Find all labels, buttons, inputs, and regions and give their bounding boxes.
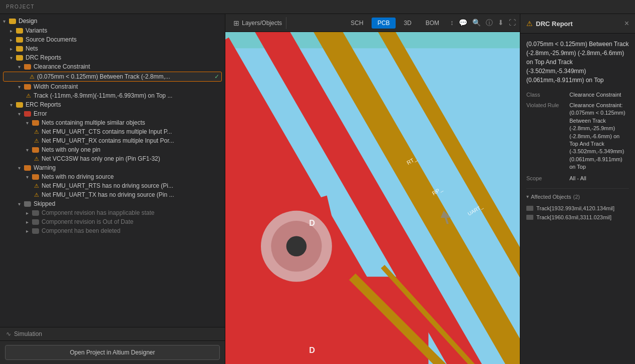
tree-item-comp-del[interactable]: ▸ Component has been deleted <box>0 226 225 235</box>
project-label: PROJECT <box>6 4 35 10</box>
tree-item-comp-rev2[interactable]: ▸ Component revision is Out of Date <box>0 217 225 226</box>
folder-nets-one-pin <box>32 147 39 153</box>
tree-item-nets-no-drive[interactable]: ▾ Nets with no driving source <box>0 172 225 181</box>
vcc3sw-label: Net VCC3SW has only one pin (Pin GF1-32) <box>42 155 160 162</box>
chevron-comp-rev2: ▸ <box>26 219 32 225</box>
tree-item-comp-rev1[interactable]: ▸ Component revision has inapplicable st… <box>0 208 225 217</box>
clearance-item-label: (0.075mm < 0.125mm) Between Track (-2.8m… <box>37 73 212 80</box>
tab-sch[interactable]: SCH <box>345 18 369 29</box>
erc-label: ERC Reports <box>26 101 61 108</box>
open-altium-button[interactable]: Open Project in Altium Designer <box>5 345 220 360</box>
track-item-1[interactable]: Track[1932.993mil,4120.134mil] <box>526 204 629 213</box>
tree-item-clearance-item[interactable]: ⚠ (0.075mm < 0.125mm) Between Track (-2.… <box>3 72 222 82</box>
folder-nets-no-drive <box>32 174 39 180</box>
skipped-label: Skipped <box>34 200 55 207</box>
info-icon[interactable]: ⓘ <box>486 19 493 28</box>
tree-item-vcc3sw[interactable]: ⚠ Net VCC3SW has only one pin (Pin GF1-3… <box>0 154 225 163</box>
pcb-view: RT_ RP_ UART_ D D <box>225 32 520 364</box>
warn-icon-vcc3sw: ⚠ <box>34 156 39 162</box>
drc-header: ⚠ DRC Report × <box>520 14 635 34</box>
tab-pcb[interactable]: PCB <box>372 18 396 29</box>
fullscreen-icon[interactable]: ⛶ <box>509 19 516 28</box>
tree-item-width-item[interactable]: ⚠ Track (-11mm,-8.9mm)(-11mm,-6.993mm) o… <box>0 91 225 100</box>
folder-variants <box>16 28 23 34</box>
chevron-design: ▾ <box>3 19 9 24</box>
drc-warn-icon: ⚠ <box>526 20 533 28</box>
center-panel: ⊞ Layers/Objects SCH PCB 3D BOM ↕ 💬 🔍 ⓘ … <box>225 14 520 364</box>
track-item-2[interactable]: Track[1960.63mil,3311.023mil] <box>526 213 629 222</box>
nets-label: Nets <box>26 45 38 52</box>
tree-item-clearance[interactable]: ▾ Clearance Constraint <box>0 62 225 71</box>
svg-text:D: D <box>309 218 315 227</box>
layers-objects-button[interactable]: ⊞ Layers/Objects <box>229 17 286 29</box>
drc-content: (0.075mm < 0.125mm) Between Track (-2.8m… <box>520 34 635 364</box>
tree-item-width[interactable]: ▾ Width Constraint <box>0 82 225 91</box>
drc-scope-value: All - All <box>569 175 629 181</box>
comp-del-label: Component has been deleted <box>42 227 120 234</box>
sort-icon[interactable]: ↕ <box>450 19 454 28</box>
svg-text:D: D <box>309 345 315 354</box>
chevron-comp-rev1: ▸ <box>26 210 32 216</box>
drc-class-key: Class <box>526 92 566 98</box>
tree-item-erc[interactable]: ▾ ERC Reports <box>0 100 225 109</box>
chevron-nets-multiple: ▾ <box>26 120 32 126</box>
toolbar-icons-right: ↕ 💬 🔍 ⓘ ⬇ ⛶ <box>450 19 516 28</box>
search-icon[interactable]: 🔍 <box>472 19 481 28</box>
warn-icon-fmu-rts: ⚠ <box>34 183 39 189</box>
drc-class-row: Class Clearance Constraint <box>526 92 629 98</box>
folder-clearance <box>24 64 31 70</box>
tree-item-variants[interactable]: ▸ Variants <box>0 26 225 35</box>
affected-label: Affected Objects <box>531 194 571 200</box>
warn-icon-fmu-tx: ⚠ <box>34 192 39 198</box>
tree-item-nets[interactable]: ▸ Nets <box>0 44 225 53</box>
comment-icon[interactable]: 💬 <box>459 19 467 28</box>
tree-item-fmu-rts[interactable]: ⚠ Net FMU_UART_RTS has no driving source… <box>0 181 225 190</box>
folder-erc <box>16 102 23 108</box>
nets-multiple-label: Nets containing multiple similar objects <box>42 119 145 126</box>
drc-close-button[interactable]: × <box>624 19 629 28</box>
tree-area: ▾ Design ▸ Variants ▸ Source Documents ▸… <box>0 14 225 327</box>
error-label: Error <box>34 110 47 117</box>
comp-rev2-label: Component revision is Out of Date <box>42 218 133 225</box>
chevron-variants: ▸ <box>10 28 16 34</box>
folder-skipped <box>24 201 31 207</box>
tree-item-drc-reports[interactable]: ▾ DRC Reports <box>0 53 225 62</box>
affected-header[interactable]: ▾ Affected Objects (2) <box>526 194 629 200</box>
track-label-1: Track[1932.993mil,4120.134mil] <box>536 205 614 211</box>
tree-item-skipped[interactable]: ▾ Skipped <box>0 199 225 208</box>
tree-item-nets-one-pin[interactable]: ▾ Nets with only one pin <box>0 145 225 154</box>
folder-width <box>24 84 31 90</box>
drc-scope-key: Scope <box>526 175 566 181</box>
tree-item-warning[interactable]: ▾ Warning <box>0 163 225 172</box>
tree-item-error[interactable]: ▾ Error <box>0 109 225 118</box>
tab-3d[interactable]: 3D <box>398 18 417 29</box>
chevron-clearance: ▾ <box>18 64 24 70</box>
width-label: Width Constraint <box>34 83 78 90</box>
chevron-warning: ▾ <box>18 165 24 171</box>
svg-text:RP_: RP_ <box>431 186 444 197</box>
folder-icon-design <box>9 19 16 24</box>
track-label-2: Track[1960.63mil,3311.023mil] <box>536 214 611 220</box>
tree-item-fmu-tx[interactable]: ⚠ Net FMU_UART_TX has no driving source … <box>0 190 225 199</box>
folder-comp-rev2 <box>32 219 39 225</box>
folder-comp-del <box>32 228 39 234</box>
drc-scope-row: Scope All - All <box>526 175 629 181</box>
drc-violated-value: Clearance Constraint: (0.075mm < 0.125mm… <box>569 102 629 171</box>
folder-nets <box>16 46 23 52</box>
folder-comp-rev1 <box>32 210 39 216</box>
checkmark-icon: ✓ <box>214 73 219 80</box>
tree-item-source-docs[interactable]: ▸ Source Documents <box>0 35 225 44</box>
tab-bom[interactable]: BOM <box>420 18 445 29</box>
tree-item-design[interactable]: ▾ Design <box>0 16 225 26</box>
tree-item-fmu-cts[interactable]: ⚠ Net FMU_UART_CTS contains multiple Inp… <box>0 127 225 136</box>
left-panel: ▾ Design ▸ Variants ▸ Source Documents ▸… <box>0 14 225 364</box>
simulation-bar[interactable]: ∿ Simulation <box>0 327 225 340</box>
drc-reports-label: DRC Reports <box>26 54 61 61</box>
drc-violated-key: Violated Rule <box>526 102 566 171</box>
nets-no-drive-label: Nets with no driving source <box>42 173 114 180</box>
download-icon[interactable]: ⬇ <box>498 19 504 28</box>
tree-item-fmu-rx[interactable]: ⚠ Net FMU_UART_RX contains multiple Inpu… <box>0 136 225 145</box>
tree-item-nets-multiple[interactable]: ▾ Nets containing multiple similar objec… <box>0 118 225 127</box>
drc-main-text: (0.075mm < 0.125mm) Between Track (-2.8m… <box>526 40 629 85</box>
fmu-cts-label: Net FMU_UART_CTS contains multiple Input… <box>42 128 172 135</box>
